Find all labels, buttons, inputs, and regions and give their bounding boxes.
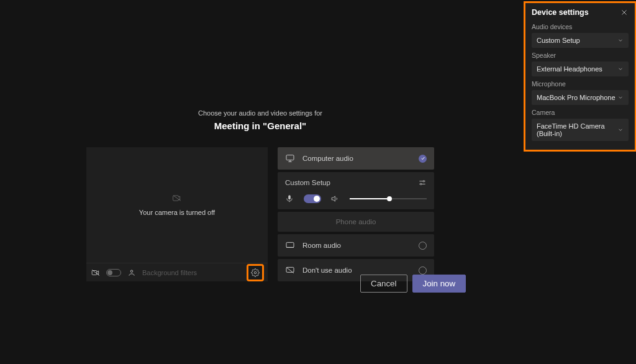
background-filters-button[interactable]: Background filters (142, 269, 242, 276)
join-now-button[interactable]: Join now (412, 275, 466, 293)
chevron-down-icon (617, 94, 624, 101)
no-audio-icon (285, 265, 295, 275)
cancel-button[interactable]: Cancel (360, 275, 407, 293)
device-settings-title: Device settings (532, 8, 589, 17)
audio-option-phone: Phone audio (278, 212, 434, 232)
audio-options-card: Computer audio Custom Setup (278, 147, 434, 281)
svg-point-4 (423, 181, 424, 182)
device-settings-panel: Device settings Audio devices Custom Set… (524, 2, 636, 151)
camera-preview: Your camera is turned off (86, 147, 268, 263)
gear-icon (251, 268, 260, 277)
audio-devices-label: Audio devices (532, 23, 629, 30)
audio-option-computer[interactable]: Computer audio (278, 147, 434, 170)
chevron-down-icon (617, 66, 624, 72)
microphone-select[interactable]: MacBook Pro Microphone (532, 90, 629, 105)
audio-devices-select[interactable]: Custom Setup (532, 33, 629, 48)
audio-option-label: Computer audio (302, 155, 411, 162)
svg-point-2 (254, 271, 257, 274)
sliders-icon[interactable] (418, 178, 427, 187)
svg-point-5 (420, 183, 422, 184)
prejoin-title: Meeting in "General" (198, 121, 322, 131)
prejoin-subtitle: Choose your audio and video settings for (198, 109, 322, 117)
close-icon[interactable] (620, 8, 629, 17)
device-settings-button[interactable] (248, 265, 263, 280)
background-filters-icon (127, 268, 136, 277)
audio-settings-block: Custom Setup (278, 172, 434, 209)
microphone-icon (285, 194, 294, 203)
select-value: FaceTime HD Camera (Built-in) (537, 122, 617, 137)
camera-label: Camera (532, 109, 629, 116)
microphone-toggle[interactable] (304, 194, 321, 203)
prejoin-screen: Choose your audio and video settings for… (0, 0, 520, 364)
audio-option-room[interactable]: Room audio (278, 234, 434, 257)
chevron-down-icon (617, 37, 624, 43)
chevron-down-icon (617, 127, 624, 133)
audio-option-label: Phone audio (336, 218, 376, 225)
camera-off-icon (171, 194, 183, 202)
radio-unselected-icon (419, 266, 427, 275)
computer-audio-icon (285, 153, 295, 163)
camera-off-text: Your camera is turned off (139, 209, 215, 216)
camera-select[interactable]: FaceTime HD Camera (Built-in) (532, 119, 629, 141)
audio-option-label: Don't use audio (302, 266, 411, 274)
room-audio-icon (285, 240, 295, 250)
camera-preview-card: Your camera is turned off Background fil… (86, 147, 268, 281)
svg-point-1 (130, 270, 133, 272)
select-value: Custom Setup (537, 37, 580, 44)
select-value: External Headphones (537, 65, 602, 73)
volume-slider[interactable] (350, 198, 427, 199)
speaker-select[interactable]: External Headphones (532, 61, 629, 76)
speaker-label: Speaker (532, 52, 629, 59)
microphone-label: Microphone (532, 80, 629, 88)
selected-check-icon (419, 155, 427, 163)
custom-setup-label: Custom Setup (285, 179, 330, 186)
svg-rect-3 (286, 155, 294, 160)
camera-toggle-icon (91, 268, 100, 277)
select-value: MacBook Pro Microphone (537, 94, 616, 101)
audio-option-label: Room audio (302, 242, 411, 249)
svg-rect-6 (286, 242, 294, 247)
camera-toggle[interactable] (106, 269, 121, 276)
radio-unselected-icon (419, 242, 427, 250)
speaker-volume-icon (331, 194, 340, 203)
